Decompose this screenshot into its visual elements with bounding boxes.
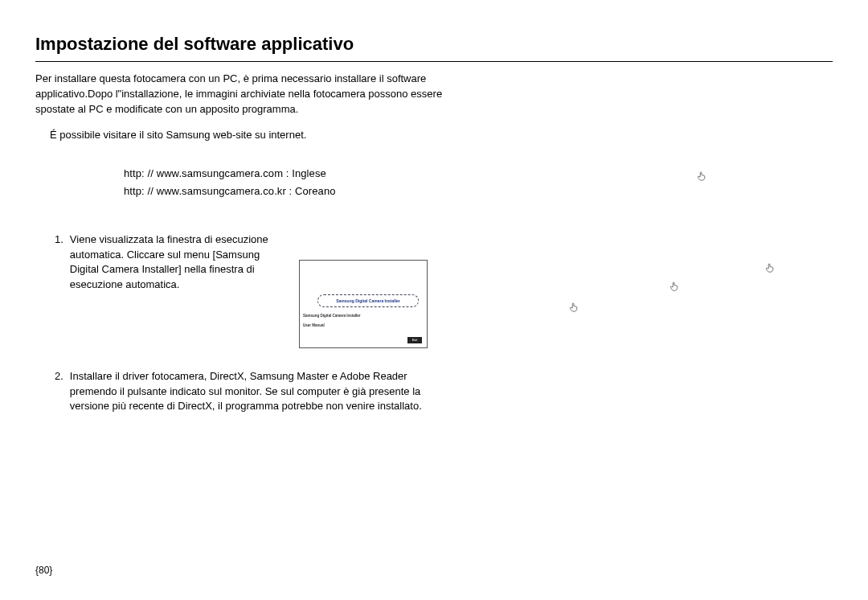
installer-screenshot: Samsung Digital Camera Installer Samsung… (299, 260, 428, 348)
pointer-icon (568, 302, 579, 313)
step-2: 2. Installare il driver fotocamera, Dire… (35, 369, 453, 415)
installer-main-button: Samsung Digital Camera Installer (317, 294, 419, 307)
step-1-number: 1. (55, 232, 63, 293)
pointer-icon (696, 171, 707, 182)
intro-paragraph: Per installare questa fotocamera con un … (35, 72, 461, 117)
pointer-icon (669, 281, 680, 292)
website-note: É possibile visitare il sito Samsung web… (50, 129, 833, 141)
step-1-text: Viene visualizzata la finestra di esecuz… (70, 232, 285, 293)
page-number: {80} (35, 565, 52, 576)
step-2-number: 2. (55, 369, 63, 415)
installer-exit: Exit (407, 337, 422, 343)
page-title: Impostazione del software applicativo (35, 34, 833, 62)
pointer-icon (764, 262, 776, 273)
step-1: 1. Viene visualizzata la finestra di ese… (35, 232, 833, 348)
url-korean: http: // www.samsungcamera.co.kr : Corea… (124, 183, 833, 200)
url-list: http: // www.samsungcamera.com : Inglese… (124, 165, 833, 200)
installer-manual: User Manual (303, 323, 325, 329)
installer-line: Samsung Digital Camera Installer (303, 314, 361, 318)
step-2-text: Installare il driver fotocamera, DirectX… (70, 369, 453, 415)
url-english: http: // www.samsungcamera.com : Inglese (124, 165, 833, 183)
